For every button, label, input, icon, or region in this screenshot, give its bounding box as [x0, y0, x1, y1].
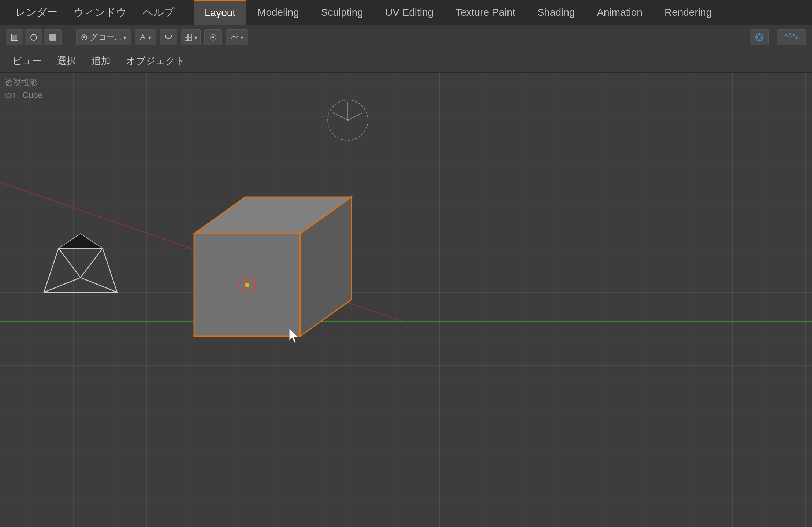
- svg-point-44: [245, 283, 249, 287]
- dropdown-chevron: ▾: [123, 34, 126, 41]
- snap-type-chevron: ▾: [194, 34, 197, 41]
- viewport-overlay-btn[interactable]: [750, 29, 769, 45]
- svg-point-16: [757, 36, 761, 39]
- svg-point-14: [212, 36, 214, 38]
- snap-type-dropdown[interactable]: ▾: [181, 29, 201, 45]
- menu-help[interactable]: ヘルプ: [135, 2, 183, 23]
- snap-dropdown[interactable]: ▾: [135, 29, 156, 45]
- svg-rect-9: [185, 34, 188, 37]
- gizmo-btn[interactable]: ▾: [777, 29, 806, 45]
- magnet-snap-btn[interactable]: [160, 29, 177, 45]
- material-mode-btn[interactable]: [44, 29, 62, 45]
- svg-rect-10: [189, 34, 191, 37]
- right-toolbar-icons: ▾: [750, 29, 806, 45]
- top-menubar: レンダー ウィンドウ ヘルプ Layout Modeling Sculpting…: [0, 0, 812, 25]
- proportional-falloff-btn[interactable]: [204, 29, 222, 45]
- tab-uv-editing[interactable]: UV Editing: [374, 0, 444, 25]
- tab-animation[interactable]: Animation: [586, 0, 653, 25]
- second-toolbar: グロー... ▾ ▾ ▾ ▾: [0, 25, 812, 50]
- tab-rendering[interactable]: Rendering: [653, 0, 723, 25]
- svg-rect-1: [12, 35, 17, 40]
- add-menu-btn[interactable]: 追加: [85, 52, 117, 70]
- svg-point-24: [793, 34, 795, 36]
- wireframe-mode-btn[interactable]: [25, 29, 42, 45]
- select-menu-btn[interactable]: 選択: [51, 52, 83, 70]
- tab-shading[interactable]: Shading: [526, 0, 586, 25]
- tab-sculpting[interactable]: Sculpting: [310, 0, 374, 25]
- menu-window[interactable]: ウィンドウ: [66, 2, 135, 23]
- tab-texture-paint[interactable]: Texture Paint: [444, 0, 526, 25]
- proportional-label: グロー...: [90, 32, 121, 43]
- svg-rect-11: [185, 38, 188, 41]
- svg-rect-12: [189, 38, 191, 41]
- tab-layout[interactable]: Layout: [194, 0, 246, 25]
- snap-chevron: ▾: [148, 34, 151, 41]
- svg-point-2: [31, 34, 37, 40]
- viewport[interactable]: 透視投影 ion | Cube: [0, 73, 812, 527]
- svg-point-25: [785, 34, 787, 36]
- svg-rect-28: [0, 73, 812, 527]
- curve-type-dropdown[interactable]: ▾: [226, 29, 248, 45]
- svg-point-26: [789, 33, 791, 35]
- curve-chevron: ▾: [241, 34, 243, 41]
- view-menu-btn[interactable]: ビュー: [6, 52, 48, 70]
- svg-rect-3: [49, 34, 56, 41]
- svg-point-6: [142, 37, 144, 38]
- object-menu-btn[interactable]: オブジェクト: [119, 52, 192, 70]
- tab-modeling[interactable]: Modeling: [246, 0, 310, 25]
- solid-mode-btn[interactable]: [6, 29, 23, 45]
- grid: [0, 73, 812, 527]
- svg-point-5: [83, 36, 85, 38]
- view-mode-group: [6, 29, 62, 45]
- third-toolbar: ビュー 選択 追加 オブジェクト: [0, 50, 812, 73]
- menu-render[interactable]: レンダー: [7, 2, 66, 23]
- proportional-editing-dropdown[interactable]: グロー... ▾: [76, 29, 131, 45]
